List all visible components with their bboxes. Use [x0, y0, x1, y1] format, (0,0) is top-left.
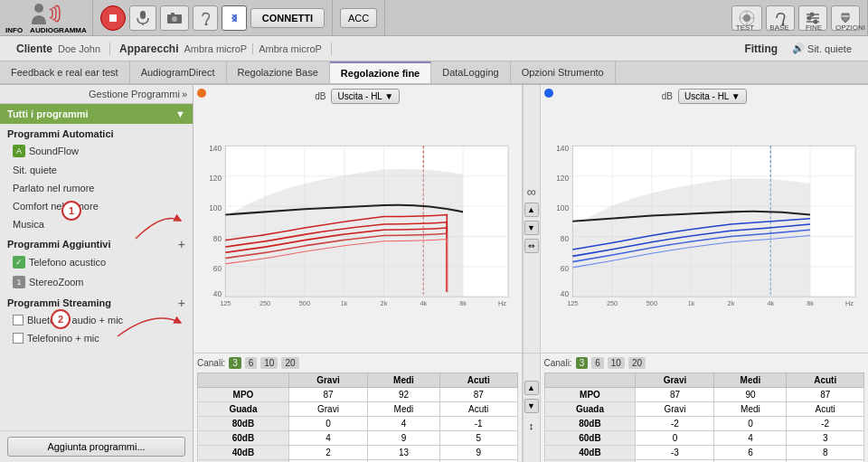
program-sit-quiete[interactable]: Sit. quiete [0, 161, 193, 179]
table-row: 60dB 0 4 3 [544, 431, 864, 446]
tab-feedback[interactable]: Feedback e real ear test [0, 61, 130, 83]
left-ch6-btn[interactable]: 6 [245, 357, 258, 369]
cliente-label: Cliente [16, 42, 52, 55]
center-controls: ∞ ▲ ▼ ⇔ [523, 85, 541, 353]
acc-group: ACC [333, 0, 385, 35]
tutti-programmi[interactable]: Tutti i programmi ▼ [0, 104, 193, 124]
right-uscita-button[interactable]: Uscita - HL ▼ [678, 89, 747, 104]
left-data-table: Gravi Medi Acuti MPO 87 92 87 [197, 372, 518, 462]
svg-point-5 [172, 16, 177, 22]
svg-text:40: 40 [213, 289, 222, 298]
left-chart-container: dB Uscita - HL ▼ [193, 85, 523, 353]
left-uscita-button[interactable]: Uscita - HL ▼ [331, 89, 400, 104]
svg-text:140: 140 [556, 144, 569, 153]
program-soundflow[interactable]: A SoundFlow [0, 141, 193, 161]
right-data-table: Gravi Medi Acuti MPO 87 90 87 [544, 372, 865, 462]
streaming-bluetooth[interactable]: Bluetooth audio + mic [0, 311, 193, 329]
right-chart-title-row: dB Uscita - HL ▼ [544, 89, 865, 104]
left-th-acuti: Acuti [439, 373, 517, 388]
table-row: 40dB 2 13 9 [198, 446, 518, 460]
svg-text:Hz: Hz [498, 299, 506, 307]
info-audiogramma-btn[interactable]: INFO AUDIOGRAMMA [5, 1, 87, 34]
left-channels-label: Canali: [197, 358, 225, 368]
cliente-section: Cliente Doe John [7, 42, 110, 55]
tab-regolazione-base[interactable]: Regolazione Base [227, 61, 330, 83]
svg-text:80: 80 [560, 234, 569, 243]
main-content: 1 2 Gestione Programmi » Tutti i program… [0, 85, 868, 462]
svg-text:250: 250 [259, 299, 270, 307]
right-ch20-btn[interactable]: 20 [628, 357, 646, 369]
bluetooth-btn[interactable] [222, 5, 247, 31]
left-ch20-btn[interactable]: 20 [281, 357, 298, 369]
mic-btn[interactable] [129, 5, 156, 31]
header-row: Cliente Doe John Apparecchi Ambra microP… [0, 36, 868, 61]
apparecchi-value1: Ambra microP [184, 43, 247, 54]
tab-opzioni-strumento[interactable]: Opzioni Strumento [511, 61, 616, 83]
table-arrow-up[interactable]: ▲ [524, 381, 539, 395]
link-icon[interactable]: ∞ [527, 184, 536, 199]
arrow-connect[interactable]: ⇔ [524, 239, 539, 253]
right-chart-svg: 140 120 100 80 60 40 125 250 500 1k 2k 4… [544, 106, 865, 346]
gestione-button[interactable]: Gestione Programmi » [89, 89, 187, 99]
programmi-streaming-section: Programmi Streaming + [0, 292, 193, 311]
table-row: 80dB 0 4 -1 [198, 417, 518, 431]
left-channels-row: Canali: 3 6 10 20 [197, 357, 518, 369]
table-center-controls: ▲ ▼ ↕ [523, 354, 541, 462]
hearing-btn[interactable] [193, 5, 218, 31]
arrow-up[interactable]: ▲ [524, 203, 539, 217]
acc-button[interactable]: ACC [340, 8, 377, 28]
program-comfort-rumore[interactable]: Comfort nel rumore [0, 197, 193, 215]
programmi-aggiuntivi-title: Programmi Aggiuntivi [7, 239, 111, 250]
right-th-gravi: Gravi [636, 373, 714, 388]
svg-text:1k: 1k [687, 299, 694, 307]
left-db-label: dB [315, 91, 326, 101]
sit-quiete-button[interactable]: 🔊 Sit. quiete [792, 42, 852, 54]
right-ch10-btn[interactable]: 10 [608, 357, 625, 369]
add-streaming-btn[interactable]: + [178, 297, 185, 309]
svg-rect-2 [140, 11, 146, 19]
fitting-label: Fitting [744, 42, 778, 55]
right-chart-indicator [544, 89, 553, 98]
svg-text:60: 60 [560, 264, 569, 273]
tab-row: Feedback e real ear test AudiogramDirect… [0, 61, 868, 85]
svg-text:100: 100 [556, 203, 569, 212]
tab-audiogramdirect[interactable]: AudiogramDirect [130, 61, 227, 83]
table-arrow-link[interactable]: ↕ [529, 420, 534, 431]
telefonino-checkbox[interactable] [13, 333, 24, 344]
right-ch3-btn[interactable]: 3 [576, 357, 589, 369]
svg-text:140: 140 [209, 144, 222, 153]
sidebar-header: Gestione Programmi » [0, 85, 193, 104]
table-row: 60dB 4 9 5 [198, 431, 518, 446]
stop-btn[interactable] [100, 5, 126, 31]
info-audiogramma-group: INFO AUDIOGRAMMA [0, 0, 93, 35]
tab-datalogging[interactable]: DataLogging [431, 61, 510, 83]
programmi-streaming-title: Programmi Streaming [7, 297, 111, 308]
arrow-down[interactable]: ▼ [524, 221, 539, 235]
left-ch3-btn[interactable]: 3 [229, 357, 241, 369]
aggiunta-programmi-button[interactable]: Aggiunta programmi... [7, 437, 185, 457]
left-ch10-btn[interactable]: 10 [260, 357, 278, 369]
right-table-section: Canali: 3 6 10 20 Gravi Medi Acuti [541, 354, 869, 462]
svg-point-19 [810, 12, 815, 16]
tab-regolazione-fine[interactable]: Regolazione fine [330, 61, 431, 83]
table-arrow-down[interactable]: ▼ [524, 399, 539, 413]
svg-text:500: 500 [646, 299, 656, 307]
opzioni-label: OPZIONI [835, 24, 861, 32]
right-ch6-btn[interactable]: 6 [591, 357, 604, 369]
program-stereozoom[interactable]: 1 StereoZoom [0, 272, 193, 292]
connetti-button[interactable]: CONNETTI [250, 8, 325, 28]
left-th-gravi: Gravi [288, 373, 367, 388]
table-row: MPO 87 92 87 [198, 388, 518, 402]
table-row: Guada Gravi Medi Acuti [544, 402, 864, 417]
program-telefono-acustico[interactable]: ✓ Telefono acustico [0, 252, 193, 272]
program-musica[interactable]: Musica [0, 215, 193, 233]
bluetooth-checkbox[interactable] [13, 315, 24, 325]
streaming-telefonino[interactable]: Telefonino + mic [0, 329, 193, 347]
charts-area: dB Uscita - HL ▼ [193, 85, 868, 462]
camera-btn[interactable] [160, 5, 189, 31]
right-channels-row: Canali: 3 6 10 20 [544, 357, 865, 369]
svg-text:125: 125 [567, 299, 578, 307]
svg-text:250: 250 [606, 299, 617, 307]
add-aggiuntivi-btn[interactable]: + [178, 238, 185, 250]
program-parlato-rumore[interactable]: Parlato nel rumore [0, 179, 193, 197]
